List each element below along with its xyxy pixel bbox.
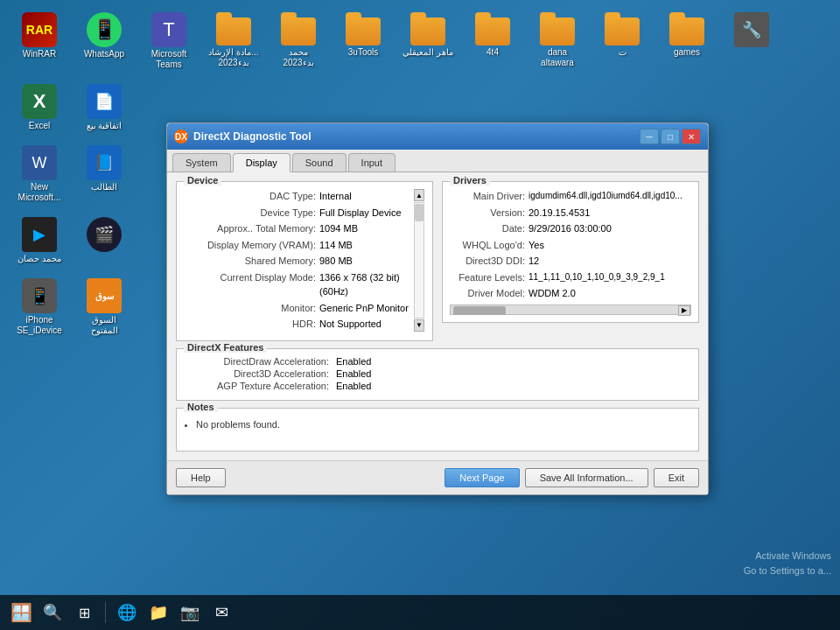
desktop-icon-4t4[interactable]: 4t4	[462, 9, 523, 74]
featlevels-value: 11_1,11_0,10_1,10_0,9_3,9_2,9_1	[528, 270, 691, 285]
dialog-app-icon: DX	[174, 130, 188, 144]
dialog-window-controls: ─ □ ✕	[640, 129, 701, 144]
monitor-label: Monitor:	[184, 301, 319, 316]
desktop-icon-hissan[interactable]: ▶ محمد حصان	[9, 214, 70, 268]
desktop-icon-iphone[interactable]: 📱 iPhoneSE_iDevice	[9, 275, 70, 340]
features-row: DirectDraw Acceleration: Enabled	[184, 356, 691, 367]
maindrv-label: Main Driver:	[450, 189, 528, 204]
features-row-3: AGP Texture Acceleration: Enabled	[184, 381, 691, 391]
maximize-button[interactable]: □	[661, 129, 680, 144]
ta-label: ت	[619, 47, 626, 58]
feature-directdraw: DirectDraw Acceleration: Enabled	[184, 356, 371, 367]
winrar-label: WinRAR	[23, 49, 56, 60]
desktop-icon-winrar[interactable]: RAR WinRAR	[9, 9, 70, 74]
desktop-icon-dana[interactable]: danaaltawara	[527, 9, 588, 74]
driver-row-6: Driver Model: WDDM 2.0	[450, 286, 691, 301]
taskbar-camera[interactable]: 📷	[176, 598, 204, 626]
taskbar: 🪟 🔍 ⊞ 🌐 📁 📷 ✉	[0, 595, 840, 630]
desktop-icon-games[interactable]: games	[656, 9, 718, 74]
taskbar-explorer[interactable]: 📁	[144, 598, 172, 626]
folder1-label: مادة الإرشاد...2023بدء	[208, 47, 258, 68]
desktop-icon-student[interactable]: 📘 الطالب	[74, 142, 135, 206]
help-button[interactable]: Help	[176, 468, 226, 487]
maher-label: ماهر المعيقلي	[402, 47, 453, 58]
features-row-2: Direct3D Acceleration: Enabled	[184, 368, 691, 379]
tab-display[interactable]: Display	[233, 153, 290, 172]
device-row-2: Approx.. Total Memory: 1094 MB	[184, 221, 413, 236]
taskbar-start[interactable]: 🪟	[7, 598, 35, 626]
desktop-icon-ta[interactable]: ت	[592, 9, 653, 74]
desktop-icon-excel[interactable]: X Excel	[9, 80, 70, 135]
dialog-title-area: DX DirectX Diagnostic Tool	[174, 130, 311, 144]
desktop-icon-folder1[interactable]: مادة الإرشاد...2023بدء	[203, 9, 264, 74]
device-section: Device DAC Type: Internal Device Type: F…	[176, 181, 433, 348]
driver-row-2: Date: 9/29/2016 03:00:00	[450, 221, 691, 236]
feature-direct3d: Direct3D Acceleration: Enabled	[184, 368, 371, 379]
newmicrosoft-label: NewMicrosoft...	[18, 182, 61, 203]
d3dddi-value: 12	[528, 254, 691, 269]
iphone-label: iPhoneSE_iDevice	[17, 315, 62, 336]
devtype-value: Full Display Device	[319, 206, 413, 220]
main-two-col: Device DAC Type: Internal Device Type: F…	[176, 181, 699, 348]
desktop-icon-ittifaqia[interactable]: 📄 اتفاقية بيع	[74, 80, 135, 135]
dialog-title-text: DirectX Diagnostic Tool	[193, 130, 311, 143]
notes-item-0: No problems found.	[196, 419, 693, 430]
footer-right-buttons: Next Page Save All Information... Exit	[444, 468, 699, 487]
sharedmem-label: Shared Memory:	[184, 254, 319, 269]
directdraw-label: DirectDraw Acceleration:	[184, 356, 332, 367]
excel-label: Excel	[29, 121, 50, 131]
desktop-icon-davinci[interactable]: 🎬	[74, 214, 135, 268]
taskbar-taskview[interactable]: ⊞	[70, 598, 98, 626]
device-row-0: DAC Type: Internal	[184, 189, 413, 204]
taskbar-browser[interactable]: 🌐	[113, 598, 141, 626]
vram-label: Display Memory (VRAM):	[184, 238, 319, 253]
driver-row-3: WHQL Logo'd: Yes	[450, 238, 691, 253]
scroll-right-btn[interactable]: ▶	[678, 305, 690, 316]
exit-button[interactable]: Exit	[654, 468, 699, 487]
taskbar-mail[interactable]: ✉	[207, 598, 235, 626]
desktop-icon-folder2[interactable]: محمد2023بدء	[268, 9, 329, 74]
notes-list: No problems found.	[182, 419, 693, 430]
device-row-1: Device Type: Full Display Device	[184, 206, 413, 220]
tab-sound[interactable]: Sound	[292, 153, 346, 172]
desktop-icon-newmicrosoft[interactable]: W NewMicrosoft...	[9, 142, 70, 206]
totmem-label: Approx.. Total Memory:	[184, 221, 319, 236]
drivers-box: Drivers Main Driver: igdumdim64.dll,igd1…	[442, 181, 699, 323]
device-row-4: Shared Memory: 980 MB	[184, 254, 413, 269]
tab-input[interactable]: Input	[348, 153, 396, 172]
tab-system[interactable]: System	[172, 153, 231, 172]
next-page-button[interactable]: Next Page	[444, 468, 519, 487]
dialog-footer: Help Next Page Save All Information... E…	[167, 460, 708, 494]
desktop-icon-teams[interactable]: T MicrosoftTeams	[138, 9, 200, 74]
scroll-thumb	[415, 204, 424, 221]
driver-row-5: Feature Levels: 11_1,11_0,10_1,10_0,9_3,…	[450, 270, 691, 285]
scroll-up-btn[interactable]: ▲	[414, 189, 424, 201]
horizontal-scrollbar[interactable]: ▶	[450, 304, 691, 315]
student-label: الطالب	[91, 182, 117, 192]
notes-section: Notes No problems found.	[176, 408, 699, 452]
taskbar-search[interactable]: 🔍	[38, 598, 66, 626]
desktop-icon-maher[interactable]: ماهر المعيقلي	[397, 9, 458, 74]
dana-label: danaaltawara	[541, 47, 574, 68]
direct3d-value: Enabled	[336, 368, 371, 379]
close-button[interactable]: ✕	[682, 129, 701, 144]
desktop-icon-3utools[interactable]: 3uTools	[332, 9, 394, 74]
displaymode-value: 1366 x 768 (32 bit) (60Hz)	[319, 270, 413, 299]
desktop-icon-souq[interactable]: سوق السوقالمفتوح	[74, 275, 135, 340]
drivers-section: Drivers Main Driver: igdumdim64.dll,igd1…	[442, 181, 699, 348]
scroll-down-btn[interactable]: ▼	[414, 319, 424, 332]
displaymode-label: Current Display Mode:	[184, 270, 319, 299]
save-all-button[interactable]: Save All Information...	[525, 468, 648, 487]
agp-label: AGP Texture Acceleration:	[184, 381, 332, 391]
whatsapp-label: WhatsApp	[84, 49, 124, 60]
drvmodel-value: WDDM 2.0	[528, 286, 691, 301]
devtype-label: Device Type:	[184, 206, 319, 220]
date-value: 9/29/2016 03:00:00	[528, 221, 691, 236]
minimize-button[interactable]: ─	[640, 129, 659, 144]
date-label: Date:	[450, 221, 528, 236]
dialog-content: Device DAC Type: Internal Device Type: F…	[167, 172, 708, 460]
desktop-icon-whatsapp[interactable]: 📱 WhatsApp	[74, 9, 135, 74]
d3dddi-label: Direct3D DDI:	[450, 254, 528, 269]
dialog-tabs: System Display Sound Input	[167, 150, 708, 172]
desktop-icon-misc[interactable]: 🔧	[721, 9, 782, 74]
